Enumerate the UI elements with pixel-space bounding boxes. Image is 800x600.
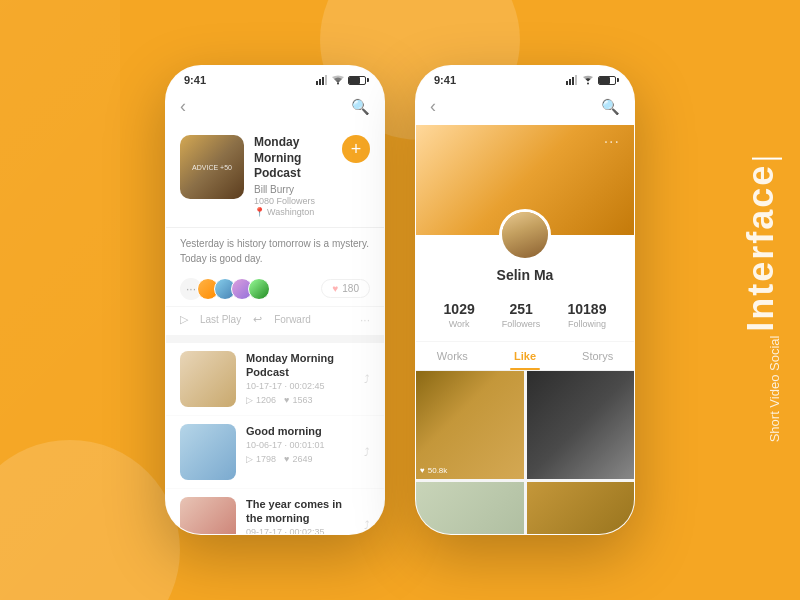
likes-1: ♥ 1563: [284, 395, 312, 405]
tab-storys[interactable]: Storys: [561, 342, 634, 370]
thumb-text: ADVICE +50: [190, 162, 234, 173]
list-info-2: Good morning 10-06-17 · 00:01:01 ▷ 1798 …: [246, 424, 354, 464]
phone-profile: 9:41 ‹ 🔍: [415, 65, 635, 535]
forward-icon[interactable]: ↩: [253, 313, 262, 326]
plays-1: ▷ 1206: [246, 395, 276, 405]
profile-stats: 1029 Work 251 Followers 10189 Following: [416, 293, 634, 342]
location-pin-icon: 📍: [254, 207, 265, 217]
avatars-group: ···: [180, 278, 270, 300]
bg-circle-bottom: [0, 440, 180, 600]
brand-subtitle: Short Video Social: [767, 336, 782, 443]
status-bar-2: 9:41: [416, 66, 634, 90]
grid-item-2[interactable]: [527, 371, 635, 479]
brand-title: Interface: [740, 164, 782, 332]
battery-icon: [348, 76, 366, 85]
share-icon-3[interactable]: ⤴: [364, 519, 370, 531]
more-dots-icon[interactable]: ···: [360, 313, 370, 327]
profile-more-icon[interactable]: ···: [604, 133, 620, 151]
followers-count: 251: [509, 301, 532, 317]
time-1: 9:41: [184, 74, 206, 86]
work-count: 1029: [444, 301, 475, 317]
photo-grid: ♥ 50.8k: [416, 371, 634, 535]
wifi-icon-2: [582, 75, 594, 85]
tab-works[interactable]: Works: [416, 342, 489, 370]
search-icon[interactable]: 🔍: [351, 98, 370, 116]
like-count: 180: [342, 283, 359, 294]
svg-rect-8: [575, 75, 577, 85]
like-count-g1: 50.8k: [428, 466, 448, 475]
list-item-2[interactable]: Good morning 10-06-17 · 00:01:01 ▷ 1798 …: [166, 416, 384, 489]
description-section: Yesterday is history tomorrow is a myste…: [166, 227, 384, 272]
stat-followers: 251 Followers: [502, 301, 541, 329]
podcast-thumbnail: ADVICE +50: [180, 135, 244, 199]
play-icon[interactable]: ▷: [180, 313, 188, 326]
divider: [166, 335, 384, 343]
svg-rect-5: [566, 81, 568, 85]
list-item-3[interactable]: The year comes in the morning 09-17-17 ·…: [166, 489, 384, 535]
stat-work: 1029 Work: [444, 301, 475, 329]
status-icons-1: [316, 75, 366, 85]
reaction-row: ··· ♥ 180: [166, 272, 384, 306]
likes-2: ♥ 2649: [284, 454, 312, 464]
profile-avatar-section: Selin Ma: [416, 235, 634, 293]
playback-row: ▷ Last Play ↩ Forward ···: [166, 306, 384, 335]
grid-overlay-1: ♥ 50.8k: [420, 466, 447, 475]
svg-rect-7: [572, 77, 574, 85]
side-branding: Interface Short Video Social: [740, 158, 782, 443]
phones-container: 9:41 ‹: [165, 65, 635, 535]
list-item-1[interactable]: Monday Morning Podcast 10-17-17 · 00:02:…: [166, 343, 384, 416]
share-icon-1[interactable]: ⤴: [364, 373, 370, 385]
following-count: 10189: [567, 301, 606, 317]
podcast-title: Monday Morning Podcast: [254, 135, 332, 182]
podcast-author: Bill Burry: [254, 184, 332, 195]
search-icon-2[interactable]: 🔍: [601, 98, 620, 116]
svg-rect-1: [319, 79, 321, 85]
work-label: Work: [449, 319, 470, 329]
stat-following: 10189 Following: [567, 301, 606, 329]
wifi-icon: [332, 75, 344, 85]
list-stats-1: ▷ 1206 ♥ 1563: [246, 395, 354, 405]
podcast-card: ADVICE +50 Monday Morning Podcast Bill B…: [166, 125, 384, 227]
list-date-3: 09-17-17 · 00:02:35: [246, 527, 354, 535]
following-label: Following: [568, 319, 606, 329]
side-dash: [752, 158, 782, 160]
add-button[interactable]: +: [342, 135, 370, 163]
back-icon[interactable]: ‹: [180, 96, 186, 117]
status-icons-2: [566, 75, 616, 85]
grid-item-1[interactable]: ♥ 50.8k: [416, 371, 524, 479]
svg-point-4: [337, 83, 339, 85]
grid-item-3[interactable]: [416, 482, 524, 536]
share-icon-2[interactable]: ⤴: [364, 446, 370, 458]
grid-item-4[interactable]: [527, 482, 635, 536]
svg-point-9: [587, 83, 589, 85]
tab-like[interactable]: Like: [489, 342, 562, 370]
time-2: 9:41: [434, 74, 456, 86]
svg-rect-6: [569, 79, 571, 85]
forward-label: Forward: [274, 314, 311, 325]
list-title-1: Monday Morning Podcast: [246, 351, 354, 380]
list-info-1: Monday Morning Podcast 10-17-17 · 00:02:…: [246, 351, 354, 406]
list-thumb-1: [180, 351, 236, 407]
profile-avatar: [499, 209, 551, 261]
signal-icon-2: [566, 75, 578, 85]
last-play-label: Last Play: [200, 314, 241, 325]
list-title-3: The year comes in the morning: [246, 497, 354, 526]
list-date-2: 10-06-17 · 00:01:01: [246, 440, 354, 450]
like-button[interactable]: ♥ 180: [321, 279, 370, 298]
heart-icon: ♥: [332, 283, 338, 294]
back-icon-2[interactable]: ‹: [430, 96, 436, 117]
list-date-1: 10-17-17 · 00:02:45: [246, 381, 354, 391]
podcast-info: Monday Morning Podcast Bill Burry 1080 F…: [254, 135, 332, 217]
list-info-3: The year comes in the morning 09-17-17 ·…: [246, 497, 354, 535]
phone1-header: ‹ 🔍: [166, 90, 384, 125]
signal-icon: [316, 75, 328, 85]
podcast-followers: 1080 Followers: [254, 196, 332, 206]
phone2-header: ‹ 🔍: [416, 90, 634, 125]
svg-rect-0: [316, 81, 318, 85]
list-thumb-2: [180, 424, 236, 480]
plays-2: ▷ 1798: [246, 454, 276, 464]
podcast-thumb-img: ADVICE +50: [180, 135, 244, 199]
battery-icon-2: [598, 76, 616, 85]
profile-avatar-img: [502, 212, 548, 258]
status-bar-1: 9:41: [166, 66, 384, 90]
